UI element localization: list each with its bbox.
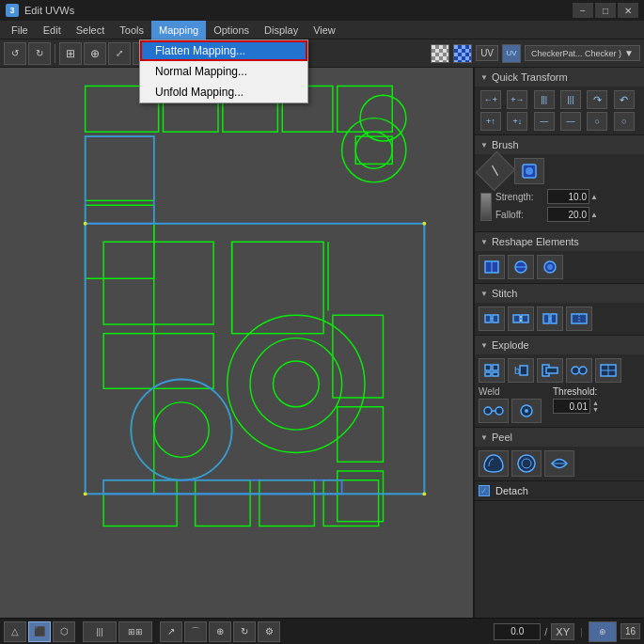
rotate-button[interactable]: ⊕ [84, 42, 106, 65]
menu-tools[interactable]: Tools [112, 21, 151, 39]
coord-input[interactable] [494, 623, 541, 640]
checker-map-toggle[interactable] [453, 44, 472, 63]
detach-checkbox[interactable]: ✓ [479, 485, 490, 496]
xy-label: XY [551, 623, 574, 640]
qt-squash-v[interactable]: — [560, 112, 581, 131]
stitch-tool-2[interactable] [508, 306, 534, 331]
explode-header[interactable]: ▼ Explode [475, 336, 644, 354]
threshold-down-icon[interactable]: ▼ [592, 406, 599, 413]
weld-tool-1[interactable] [479, 399, 509, 423]
peel-content [475, 447, 644, 480]
toolbar: ↺ ↻ ⊞ ⊕ ⤢ ⬡ ⊗ UV UV CheckerPat... Checke… [0, 39, 644, 68]
uv-viewport[interactable] [0, 68, 475, 618]
svg-rect-60 [485, 372, 491, 376]
stitch-tool-1[interactable] [479, 306, 505, 331]
menu-select[interactable]: Select [69, 21, 113, 39]
brush-tool-btn[interactable]: / [476, 151, 515, 191]
qt-flip-h[interactable]: ○ [587, 112, 607, 131]
close-button[interactable]: ✕ [618, 3, 638, 18]
svg-point-66 [572, 367, 579, 374]
strength-up-icon[interactable]: ▲ [590, 193, 598, 201]
weld-label: Weld [479, 386, 542, 397]
svg-rect-53 [543, 314, 549, 323]
svg-point-75 [525, 409, 528, 413]
brush-relax-btn[interactable] [514, 158, 544, 184]
status-settings-btn[interactable]: ⚙ [258, 621, 280, 642]
qt-move-down[interactable]: +↓ [507, 112, 527, 131]
svg-text:b: b [514, 365, 520, 376]
qt-rot-cw[interactable]: ↷ [587, 90, 607, 109]
checker-pattern-toggle[interactable] [431, 44, 449, 63]
qt-rot-ccw[interactable]: ↶ [614, 90, 635, 109]
menu-mapping[interactable]: Mapping [151, 21, 206, 39]
qt-move-left[interactable]: ←+ [480, 90, 501, 109]
explode-tool-1[interactable] [479, 358, 505, 383]
qt-flip-v[interactable]: ○ [614, 112, 635, 131]
qt-move-right[interactable]: +→ [507, 90, 527, 109]
peel-arrow-icon: ▼ [480, 433, 488, 442]
falloff-up-icon[interactable]: ▲ [590, 211, 598, 219]
uv-mode-btn[interactable]: UV [502, 44, 521, 63]
undo-button[interactable]: ↺ [4, 42, 26, 65]
brush-section: ▼ Brush / Strength: ▲ [475, 135, 644, 232]
status-tool-1[interactable]: △ [4, 621, 26, 642]
explode-tool-5[interactable] [595, 358, 621, 383]
status-tool-2[interactable]: ⬛ [28, 621, 51, 642]
maximize-button[interactable]: □ [595, 3, 616, 18]
stitch-header[interactable]: ▼ Stitch [475, 284, 644, 303]
coord-sep: / [544, 626, 547, 637]
menu-view[interactable]: View [306, 21, 343, 39]
explode-tool-2[interactable]: b [508, 358, 534, 383]
checker-selector[interactable]: CheckerPat... Checker ) ▼ [525, 45, 640, 61]
status-move-btn[interactable]: ⊕ [209, 621, 231, 642]
qt-arrow-icon: ▼ [480, 73, 488, 82]
stitch-tools [475, 303, 644, 335]
reshape-header[interactable]: ▼ Reshape Elements [475, 232, 644, 251]
unfold-mapping-item[interactable]: Unfold Mapping... [140, 82, 307, 102]
scale-button[interactable]: ⤢ [108, 42, 131, 65]
qt-move-up[interactable]: +↑ [480, 112, 501, 131]
qt-stretch-v[interactable]: ||| [560, 90, 581, 109]
minimize-button[interactable]: − [573, 3, 593, 18]
strength-input[interactable] [547, 189, 589, 204]
falloff-input[interactable] [547, 207, 589, 222]
peel-header[interactable]: ▼ Peel [475, 428, 644, 447]
peel-tool-1[interactable] [479, 450, 509, 477]
threshold-up-icon[interactable]: ▲ [592, 400, 599, 406]
svg-point-67 [579, 367, 587, 374]
weld-tool-2[interactable] [511, 399, 542, 423]
menu-display[interactable]: Display [257, 21, 306, 39]
stitch-tool-4[interactable] [566, 306, 592, 331]
menu-file[interactable]: File [4, 21, 36, 39]
status-rotate-btn[interactable]: ↻ [233, 621, 256, 642]
svg-point-72 [495, 407, 503, 415]
status-arrow-btn[interactable]: ↗ [160, 621, 182, 642]
move-button[interactable]: ⊞ [59, 42, 82, 65]
menu-edit[interactable]: Edit [36, 21, 69, 39]
normal-mapping-item[interactable]: Normal Mapping... [140, 61, 307, 82]
explode-tool-4[interactable] [566, 358, 592, 383]
status-mode-2[interactable]: ⊞⊞ [118, 621, 152, 642]
peel-tool-2[interactable] [511, 450, 542, 477]
quick-transform-label: Quick Transform [492, 71, 568, 83]
zoom-btn[interactable]: ⊕ [589, 621, 617, 642]
qt-stretch-h[interactable]: ||| [534, 90, 555, 109]
brush-header[interactable]: ▼ Brush [475, 135, 644, 154]
status-sep-2: | [580, 626, 583, 637]
redo-button[interactable]: ↻ [28, 42, 51, 65]
menu-options[interactable]: Options [206, 21, 257, 39]
quick-transform-header[interactable]: ▼ Quick Transform [475, 68, 644, 86]
explode-tool-3[interactable] [537, 358, 563, 383]
peel-tool-3[interactable] [544, 450, 574, 477]
status-tool-3[interactable]: ⬡ [53, 621, 75, 642]
threshold-input[interactable] [553, 399, 590, 414]
flatten-mapping-item[interactable]: Flatten Mapping... [140, 40, 307, 61]
reshape-tool-1[interactable] [479, 255, 505, 279]
qt-squash-h[interactable]: — [534, 112, 555, 131]
stitch-tool-3[interactable] [537, 306, 563, 331]
reshape-tool-2[interactable] [508, 255, 534, 279]
status-mode-1[interactable]: ||| [83, 621, 117, 642]
reshape-tool-3[interactable] [537, 255, 563, 279]
reshape-arrow-icon: ▼ [480, 238, 488, 246]
status-angle-btn[interactable]: ⌒ [184, 621, 207, 642]
